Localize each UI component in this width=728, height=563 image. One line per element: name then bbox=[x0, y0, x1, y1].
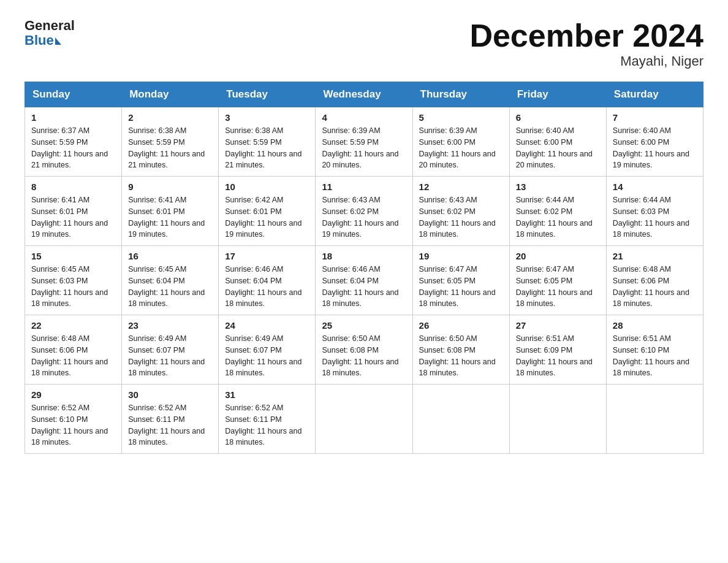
day-info: Sunrise: 6:48 AMSunset: 6:06 PMDaylight:… bbox=[613, 264, 697, 310]
day-info: Sunrise: 6:42 AMSunset: 6:01 PMDaylight:… bbox=[225, 194, 309, 240]
day-info: Sunrise: 6:47 AMSunset: 6:05 PMDaylight:… bbox=[419, 264, 503, 310]
day-number: 13 bbox=[516, 182, 600, 192]
calendar-cell: 22Sunrise: 6:48 AMSunset: 6:06 PMDayligh… bbox=[25, 315, 122, 385]
day-number: 9 bbox=[128, 182, 212, 192]
weekday-header-friday: Friday bbox=[509, 82, 606, 107]
logo-general-text: General bbox=[25, 18, 75, 33]
day-number: 30 bbox=[128, 389, 212, 400]
day-number: 2 bbox=[128, 112, 212, 123]
calendar-cell: 28Sunrise: 6:51 AMSunset: 6:10 PMDayligh… bbox=[606, 315, 703, 385]
day-number: 25 bbox=[322, 320, 406, 331]
calendar-cell: 27Sunrise: 6:51 AMSunset: 6:09 PMDayligh… bbox=[509, 315, 606, 385]
day-number: 11 bbox=[322, 182, 406, 192]
weekday-header-saturday: Saturday bbox=[606, 82, 703, 107]
calendar-cell: 6Sunrise: 6:40 AMSunset: 6:00 PMDaylight… bbox=[509, 107, 606, 177]
day-number: 15 bbox=[31, 251, 115, 261]
weekday-header-monday: Monday bbox=[122, 82, 219, 107]
day-info: Sunrise: 6:48 AMSunset: 6:06 PMDaylight:… bbox=[31, 333, 115, 379]
day-number: 17 bbox=[225, 251, 309, 261]
day-number: 18 bbox=[322, 251, 406, 261]
day-info: Sunrise: 6:41 AMSunset: 6:01 PMDaylight:… bbox=[128, 194, 212, 240]
calendar-cell: 9Sunrise: 6:41 AMSunset: 6:01 PMDaylight… bbox=[122, 177, 219, 246]
calendar-cell bbox=[412, 385, 509, 454]
weekday-header-sunday: Sunday bbox=[25, 82, 122, 107]
calendar-cell: 23Sunrise: 6:49 AMSunset: 6:07 PMDayligh… bbox=[122, 315, 219, 385]
calendar-cell: 1Sunrise: 6:37 AMSunset: 5:59 PMDaylight… bbox=[25, 107, 122, 177]
day-info: Sunrise: 6:46 AMSunset: 6:04 PMDaylight:… bbox=[322, 264, 406, 310]
weekday-header-tuesday: Tuesday bbox=[219, 82, 316, 107]
calendar-week-row: 15Sunrise: 6:45 AMSunset: 6:03 PMDayligh… bbox=[25, 246, 703, 315]
day-info: Sunrise: 6:50 AMSunset: 6:08 PMDaylight:… bbox=[419, 333, 503, 379]
day-info: Sunrise: 6:52 AMSunset: 6:11 PMDaylight:… bbox=[225, 402, 309, 448]
day-info: Sunrise: 6:45 AMSunset: 6:03 PMDaylight:… bbox=[31, 264, 115, 310]
day-info: Sunrise: 6:40 AMSunset: 6:00 PMDaylight:… bbox=[516, 125, 600, 171]
calendar-cell bbox=[509, 385, 606, 454]
calendar-cell: 24Sunrise: 6:49 AMSunset: 6:07 PMDayligh… bbox=[219, 315, 316, 385]
day-info: Sunrise: 6:40 AMSunset: 6:00 PMDaylight:… bbox=[613, 125, 697, 171]
calendar-cell: 12Sunrise: 6:43 AMSunset: 6:02 PMDayligh… bbox=[412, 177, 509, 246]
calendar-week-row: 1Sunrise: 6:37 AMSunset: 5:59 PMDaylight… bbox=[25, 107, 703, 177]
day-info: Sunrise: 6:44 AMSunset: 6:02 PMDaylight:… bbox=[516, 194, 600, 240]
calendar-cell: 26Sunrise: 6:50 AMSunset: 6:08 PMDayligh… bbox=[412, 315, 509, 385]
calendar-cell: 4Sunrise: 6:39 AMSunset: 5:59 PMDaylight… bbox=[316, 107, 412, 177]
page-header: General Blue December 2024 Mayahi, Niger bbox=[25, 18, 703, 69]
calendar-table: SundayMondayTuesdayWednesdayThursdayFrid… bbox=[25, 82, 703, 454]
day-number: 16 bbox=[128, 251, 212, 261]
day-number: 4 bbox=[322, 112, 406, 123]
day-number: 29 bbox=[31, 389, 115, 400]
day-number: 27 bbox=[516, 320, 600, 331]
day-info: Sunrise: 6:39 AMSunset: 5:59 PMDaylight:… bbox=[322, 125, 406, 171]
day-info: Sunrise: 6:51 AMSunset: 6:10 PMDaylight:… bbox=[613, 333, 697, 379]
day-number: 31 bbox=[225, 389, 309, 400]
day-number: 22 bbox=[31, 320, 115, 331]
calendar-cell bbox=[606, 385, 703, 454]
logo-arrow-icon bbox=[55, 37, 61, 45]
calendar-cell: 30Sunrise: 6:52 AMSunset: 6:11 PMDayligh… bbox=[122, 385, 219, 454]
day-info: Sunrise: 6:51 AMSunset: 6:09 PMDaylight:… bbox=[516, 333, 600, 379]
day-info: Sunrise: 6:45 AMSunset: 6:04 PMDaylight:… bbox=[128, 264, 212, 310]
day-info: Sunrise: 6:44 AMSunset: 6:03 PMDaylight:… bbox=[613, 194, 697, 240]
calendar-cell: 5Sunrise: 6:39 AMSunset: 6:00 PMDaylight… bbox=[412, 107, 509, 177]
day-number: 7 bbox=[613, 112, 697, 123]
day-info: Sunrise: 6:49 AMSunset: 6:07 PMDaylight:… bbox=[225, 333, 309, 379]
calendar-week-row: 8Sunrise: 6:41 AMSunset: 6:01 PMDaylight… bbox=[25, 177, 703, 246]
day-number: 28 bbox=[613, 320, 697, 331]
calendar-cell: 19Sunrise: 6:47 AMSunset: 6:05 PMDayligh… bbox=[412, 246, 509, 315]
day-number: 23 bbox=[128, 320, 212, 331]
calendar-cell: 10Sunrise: 6:42 AMSunset: 6:01 PMDayligh… bbox=[219, 177, 316, 246]
calendar-cell: 11Sunrise: 6:43 AMSunset: 6:02 PMDayligh… bbox=[316, 177, 412, 246]
day-number: 6 bbox=[516, 112, 600, 123]
calendar-cell: 21Sunrise: 6:48 AMSunset: 6:06 PMDayligh… bbox=[606, 246, 703, 315]
calendar-week-row: 29Sunrise: 6:52 AMSunset: 6:10 PMDayligh… bbox=[25, 385, 703, 454]
calendar-cell: 18Sunrise: 6:46 AMSunset: 6:04 PMDayligh… bbox=[316, 246, 412, 315]
day-info: Sunrise: 6:49 AMSunset: 6:07 PMDaylight:… bbox=[128, 333, 212, 379]
day-number: 10 bbox=[225, 182, 309, 192]
calendar-cell: 13Sunrise: 6:44 AMSunset: 6:02 PMDayligh… bbox=[509, 177, 606, 246]
calendar-cell: 3Sunrise: 6:38 AMSunset: 5:59 PMDaylight… bbox=[219, 107, 316, 177]
calendar-cell: 29Sunrise: 6:52 AMSunset: 6:10 PMDayligh… bbox=[25, 385, 122, 454]
calendar-location: Mayahi, Niger bbox=[469, 53, 703, 69]
day-number: 21 bbox=[613, 251, 697, 261]
day-number: 1 bbox=[31, 112, 115, 123]
day-number: 24 bbox=[225, 320, 309, 331]
day-number: 5 bbox=[419, 112, 503, 123]
weekday-header-wednesday: Wednesday bbox=[316, 82, 412, 107]
day-info: Sunrise: 6:41 AMSunset: 6:01 PMDaylight:… bbox=[31, 194, 115, 240]
day-number: 8 bbox=[31, 182, 115, 192]
day-info: Sunrise: 6:43 AMSunset: 6:02 PMDaylight:… bbox=[419, 194, 503, 240]
logo: General Blue bbox=[25, 18, 75, 48]
calendar-cell: 31Sunrise: 6:52 AMSunset: 6:11 PMDayligh… bbox=[219, 385, 316, 454]
day-number: 19 bbox=[419, 251, 503, 261]
day-number: 20 bbox=[516, 251, 600, 261]
day-info: Sunrise: 6:52 AMSunset: 6:10 PMDaylight:… bbox=[31, 402, 115, 448]
calendar-cell: 17Sunrise: 6:46 AMSunset: 6:04 PMDayligh… bbox=[219, 246, 316, 315]
calendar-title: December 2024 bbox=[469, 18, 703, 53]
day-number: 14 bbox=[613, 182, 697, 192]
calendar-header-row: SundayMondayTuesdayWednesdayThursdayFrid… bbox=[25, 82, 703, 107]
calendar-cell: 15Sunrise: 6:45 AMSunset: 6:03 PMDayligh… bbox=[25, 246, 122, 315]
logo-blue-text: Blue bbox=[25, 33, 75, 48]
calendar-cell: 8Sunrise: 6:41 AMSunset: 6:01 PMDaylight… bbox=[25, 177, 122, 246]
weekday-header-thursday: Thursday bbox=[412, 82, 509, 107]
day-info: Sunrise: 6:47 AMSunset: 6:05 PMDaylight:… bbox=[516, 264, 600, 310]
day-info: Sunrise: 6:37 AMSunset: 5:59 PMDaylight:… bbox=[31, 125, 115, 171]
